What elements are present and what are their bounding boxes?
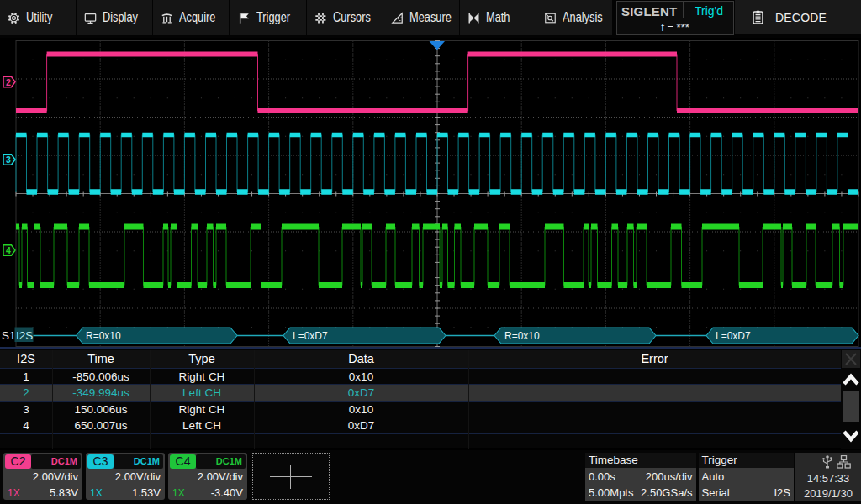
svg-text:R=0x10: R=0x10	[86, 330, 121, 342]
svg-text:I2S: I2S	[16, 329, 33, 342]
svg-text:3: 3	[6, 155, 11, 165]
svg-text:S1: S1	[2, 329, 16, 342]
svg-text:L=0xD7: L=0xD7	[716, 330, 751, 342]
svg-text:2: 2	[6, 77, 11, 87]
svg-text:L=0xD7: L=0xD7	[293, 330, 328, 342]
svg-text:4: 4	[6, 245, 11, 255]
svg-text:R=0x10: R=0x10	[504, 330, 540, 342]
